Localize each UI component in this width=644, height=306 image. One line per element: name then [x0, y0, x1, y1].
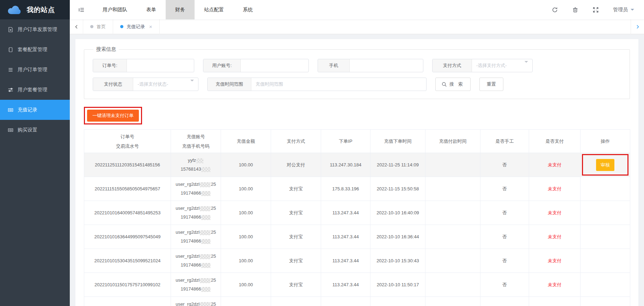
action-cell: [581, 249, 630, 273]
account-cell: user_rg2dzl2519174866: [171, 177, 221, 201]
nav-item-users-teams[interactable]: 用户和团队: [93, 0, 137, 19]
search-button[interactable]: 搜 索: [435, 78, 471, 91]
redacted-blur: [200, 182, 210, 187]
is-paid-cell: 未支付: [529, 201, 581, 225]
table-row: 20221010163644995097545049user_rg2dzl251…: [84, 225, 630, 249]
trash-icon[interactable]: [572, 7, 578, 13]
amount-cell: 100.00: [221, 249, 271, 273]
table-row: 20221115155058505054975657user_rg2dzl251…: [84, 177, 630, 201]
content-card: 搜索信息 订单号: 用户账号: 手机 支付方式: [75, 39, 638, 306]
pay-status-field-group: 支付状态 -选择支付状态-: [93, 78, 198, 91]
order-time-cell: 2022-11-15 15:50:58: [370, 177, 425, 201]
pay-method-field-group: 支付方式 -选择支付方式-: [432, 59, 533, 72]
nav-item-forms[interactable]: 表单: [137, 0, 166, 19]
search-panel-title: 搜索信息: [93, 46, 119, 53]
pay-time-cell: [425, 153, 480, 177]
redacted-blur: [200, 206, 210, 211]
redacted-blur: [200, 302, 210, 306]
action-cell: [581, 273, 630, 297]
pay-status-text: 未支付: [548, 186, 562, 191]
amount-cell: 100.00: [221, 297, 271, 306]
tab-bar: 首页 充值记录 ×: [70, 19, 644, 34]
tab-dot-icon: [120, 25, 123, 28]
order-time-cell: 2022-10-10 16:40:09: [370, 201, 425, 225]
cloud-logo-icon: [6, 4, 23, 16]
redacted-blur: [201, 287, 210, 292]
pay-status-text: 未支付: [548, 234, 562, 239]
order-no-cell: 20221010115017575710099102: [84, 273, 171, 297]
redacted-blur: [200, 254, 210, 259]
pay-method-cell: 支付宝: [271, 201, 321, 225]
sidebar-item-invoice-manage[interactable]: 用户订单发票管理: [0, 19, 70, 39]
account-cell: yyfz15768143: [171, 153, 221, 177]
amount-cell: 100.00: [221, 153, 271, 177]
table-toolbar: 一键清理未支付订单: [84, 107, 630, 124]
order-ip-cell: 175.8.33.196: [321, 177, 370, 201]
tab-close-icon[interactable]: ×: [149, 24, 152, 30]
time-range-label: 充值时间范围: [208, 78, 251, 91]
is-manual-cell: 否: [480, 225, 529, 249]
phone-input[interactable]: [350, 59, 423, 72]
admin-user-menu[interactable]: 管理员: [613, 7, 634, 13]
sidebar-item-user-packages[interactable]: 用户套餐管理: [0, 80, 70, 100]
table-row: 20221125111203515451485156yyfz1576814310…: [84, 153, 630, 177]
account-cell: user_rg2dzl2519174866: [171, 249, 221, 273]
audit-button[interactable]: 审核: [596, 159, 614, 171]
amount-cell: 100.00: [221, 177, 271, 201]
refresh-icon[interactable]: [552, 7, 558, 13]
pay-method-cell: 支付宝: [271, 297, 321, 306]
banknote-icon: [8, 107, 13, 113]
sidebar-item-user-orders[interactable]: 用户订单管理: [0, 60, 70, 80]
is-paid-cell: 未支付: [529, 273, 581, 297]
sidebar-item-label: 购买设置: [18, 127, 37, 133]
pay-status-text: 未支付: [548, 258, 562, 263]
reset-button-label: 重置: [487, 81, 496, 87]
tab-home[interactable]: 首页: [83, 19, 113, 34]
pay-status-text: 未支付: [548, 210, 562, 215]
nav-item-site-config[interactable]: 站点配置: [195, 0, 233, 19]
time-range-input[interactable]: 充值时间范围: [251, 78, 426, 91]
col-order-no: 订单号交易流水号: [84, 130, 171, 153]
pay-method-select[interactable]: -选择支付方式-: [472, 59, 511, 72]
tabs-scroll-left-icon[interactable]: [70, 19, 83, 34]
sidebar-item-purchase-settings[interactable]: 购买设置: [0, 120, 70, 140]
amount-cell: 100.00: [221, 273, 271, 297]
search-row-2: 支付状态 -选择支付状态- 充值时间范围 充值时间范围 搜 索: [93, 78, 630, 91]
nav-item-system[interactable]: 系统: [233, 0, 262, 19]
order-ip-cell: 113.247.3.44: [321, 297, 370, 306]
account-cell: user_rg2dzl2519174866: [171, 297, 221, 306]
pay-status-select[interactable]: -选择支付状态-: [133, 78, 190, 91]
col-amount: 充值金额: [221, 130, 271, 153]
sidebar: 我的站点 用户订单发票管理 套餐配置管理 用户订单管理: [0, 0, 70, 306]
action-cell: [581, 177, 630, 201]
search-row-1: 订单号: 用户账号: 手机 支付方式 -选择支付方式-: [93, 59, 630, 72]
tab-recharge-records[interactable]: 充值记录 ×: [113, 19, 160, 34]
pay-time-cell: [425, 297, 480, 306]
amount-cell: 100.00: [221, 201, 271, 225]
pay-time-cell: [425, 177, 480, 201]
reset-button[interactable]: 重置: [479, 78, 503, 91]
col-account: 充值账号充值手机号码: [171, 130, 221, 153]
col-actions: 操作: [581, 130, 630, 153]
order-no-input[interactable]: [127, 59, 194, 72]
pay-method-label: 支付方式: [433, 59, 472, 72]
col-is-manual: 是否手工: [480, 130, 529, 153]
pay-time-cell: [425, 273, 480, 297]
sidebar-item-label: 用户订单发票管理: [18, 26, 57, 33]
order-time-cell: 2022-11-25 11:14:09: [370, 153, 425, 177]
table-row: 20221010153043515099521024user_rg2dzl251…: [84, 249, 630, 273]
sidebar-item-recharge-records[interactable]: 充值记录: [0, 100, 70, 120]
sidebar-item-package-config[interactable]: 套餐配置管理: [0, 39, 70, 60]
order-ip-cell: 113.247.30.184: [321, 153, 370, 177]
tabs-scroll-right-icon[interactable]: [631, 19, 644, 34]
book-icon: [8, 47, 13, 53]
sidebar-collapse-icon[interactable]: [70, 7, 93, 13]
list-icon: [8, 67, 13, 73]
nav-item-finance[interactable]: 财务: [166, 0, 195, 19]
pay-time-cell: [425, 249, 480, 273]
user-account-input[interactable]: [241, 59, 308, 72]
fullscreen-icon[interactable]: [593, 7, 599, 13]
clear-unpaid-orders-button[interactable]: 一键清理未支付订单: [87, 110, 139, 122]
top-navbar: 用户和团队 表单 财务 站点配置 系统 管理员: [70, 0, 644, 19]
is-paid-cell: 未支付: [529, 177, 581, 201]
